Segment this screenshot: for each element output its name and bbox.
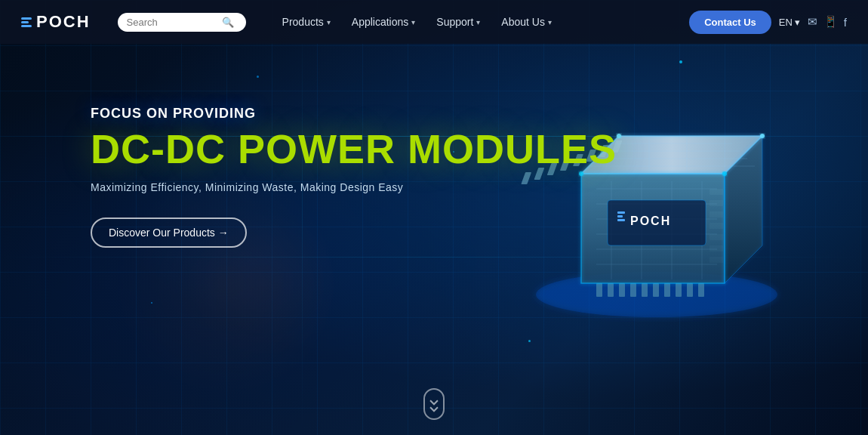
- chevron-down-icon: ▾: [795, 17, 800, 28]
- svg-rect-9: [687, 283, 693, 297]
- logo-bar-3: [21, 25, 32, 27]
- contact-us-button[interactable]: Contact Us: [689, 11, 771, 34]
- svg-point-57: [760, 134, 765, 138]
- particle: [151, 302, 152, 304]
- svg-rect-1: [596, 283, 602, 297]
- svg-rect-47: [617, 211, 625, 214]
- logo-bar-2: [21, 21, 29, 23]
- nav-links: Products ▾ Applications ▾ Support ▾ Abou…: [273, 11, 676, 32]
- logo-text: POCH: [36, 12, 91, 32]
- scroll-chevron-2: [429, 403, 438, 412]
- scroll-circle: [423, 388, 445, 420]
- logo-icon: POCH: [21, 12, 91, 32]
- chevron-down-icon: ▾: [411, 18, 415, 26]
- language-selector[interactable]: EN ▾: [779, 17, 800, 28]
- hero-content: FOCUS ON PROVIDING DC-DC POWER MODULES M…: [91, 106, 617, 248]
- svg-rect-49: [617, 219, 625, 221]
- hero-focus-text: FOCUS ON PROVIDING: [91, 106, 617, 122]
- social-icons: ✉ 📱 f: [808, 15, 847, 29]
- facebook-icon[interactable]: f: [844, 16, 847, 29]
- svg-rect-7: [664, 283, 670, 297]
- svg-rect-8: [676, 283, 682, 297]
- nav-item-products[interactable]: Products ▾: [273, 11, 340, 32]
- nav-item-applications[interactable]: Applications ▾: [343, 11, 425, 32]
- nav-item-about[interactable]: About Us ▾: [492, 11, 561, 32]
- svg-rect-2: [608, 283, 614, 297]
- svg-rect-6: [653, 283, 659, 297]
- search-icon: 🔍: [222, 17, 234, 28]
- discover-products-button[interactable]: Discover Our Products →: [91, 218, 247, 248]
- chevron-down-icon: ▾: [476, 18, 480, 26]
- svg-text:POCH: POCH: [630, 214, 671, 227]
- svg-rect-4: [630, 283, 636, 297]
- chevron-down-icon: ▾: [548, 18, 552, 26]
- logo[interactable]: POCH: [21, 12, 91, 32]
- particle: [257, 76, 259, 78]
- svg-rect-10: [698, 283, 704, 297]
- svg-point-55: [722, 171, 727, 176]
- scroll-chevrons: [431, 398, 437, 411]
- svg-point-56: [617, 134, 621, 138]
- nav-right: Contact Us EN ▾ ✉ 📱 f: [689, 11, 847, 34]
- search-input[interactable]: [127, 17, 217, 28]
- whatsapp-icon[interactable]: 📱: [823, 15, 838, 29]
- hero-section: POCH FOCUS ON PROVIDING DC-DC POWER MODU…: [0, 0, 868, 435]
- svg-rect-5: [642, 283, 648, 297]
- logo-bars: [21, 17, 32, 27]
- email-icon[interactable]: ✉: [808, 15, 817, 29]
- scroll-indicator: [423, 388, 445, 420]
- hero-subtitle: Maximizing Efficiency, Minimizing Waste,…: [91, 181, 617, 193]
- chevron-down-icon: ▾: [327, 18, 331, 26]
- navbar: POCH 🔍 Products ▾ Applications ▾ Support…: [0, 0, 868, 44]
- svg-rect-48: [617, 215, 623, 218]
- search-box[interactable]: 🔍: [118, 13, 246, 32]
- logo-bar-1: [21, 17, 32, 20]
- hero-main-title: DC-DC POWER MODULES: [91, 128, 617, 171]
- nav-item-support[interactable]: Support ▾: [427, 11, 489, 32]
- svg-rect-3: [619, 283, 625, 297]
